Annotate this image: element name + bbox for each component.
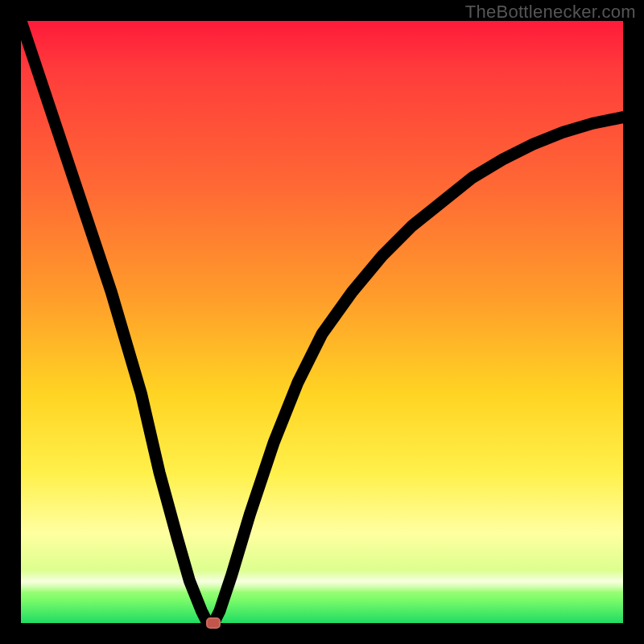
- bottleneck-curve: [21, 21, 623, 623]
- watermark-text: TheBottlenecker.com: [465, 2, 636, 23]
- optimal-marker: [206, 617, 221, 629]
- plot-area: [21, 21, 623, 623]
- curve-svg: [21, 21, 623, 623]
- chart-root: TheBottlenecker.com: [0, 0, 644, 644]
